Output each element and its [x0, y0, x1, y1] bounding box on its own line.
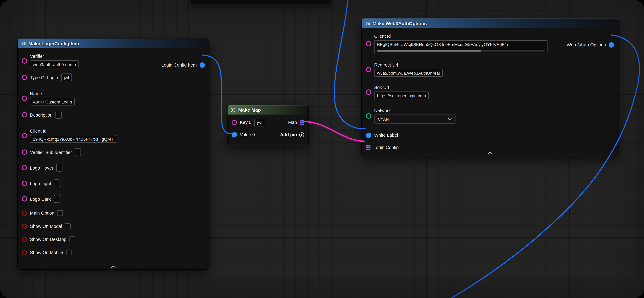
pin-label: Verifier: [30, 54, 79, 59]
login-config-item-pin[interactable]: [200, 62, 205, 68]
pin-label: Logo Hover: [30, 165, 53, 170]
pin-row-verifier-sub-identifier: Verifier Sub Identifier: [22, 148, 204, 156]
pin-label: Show On Modal: [30, 224, 62, 229]
name-input[interactable]: Auth0 Custom Login: [30, 98, 75, 106]
pin-label: Client Id: [374, 34, 548, 39]
pin-label: Logo Light: [30, 181, 51, 186]
pin-label: Value 0: [240, 132, 255, 137]
verifier-sub-identifier-pin[interactable]: [22, 150, 27, 155]
sdk-url-pin[interactable]: [366, 90, 371, 95]
web3auth-options-pin[interactable]: [608, 42, 614, 48]
collapse-node-button[interactable]: [488, 152, 492, 154]
description-input[interactable]: [56, 111, 62, 118]
logo-dark-input[interactable]: [54, 195, 60, 203]
pin-label: Type Of Login: [30, 75, 58, 80]
pin-row-logo-hover: Logo Hover: [22, 164, 204, 172]
pin-row-main-option: Main Option: [22, 210, 204, 216]
wire-map-to-loginconfig[interactable]: [304, 122, 364, 141]
pin-row-description: Description: [22, 111, 204, 118]
collapse-chevron-icon: [488, 152, 492, 154]
description-pin[interactable]: [22, 112, 27, 117]
pin-row-value0: Value 0: [232, 132, 255, 137]
white-label-pin[interactable]: [366, 132, 371, 138]
pin-label: Sdk Url: [374, 85, 429, 90]
node-make-web3authoptions[interactable]: Make Web3AuthOptions Web 3Auth Options C…: [362, 18, 618, 156]
scrollbar-thumb[interactable]: [377, 50, 481, 52]
pin-row-show-on-desktop: Show On Desktop: [22, 236, 204, 242]
output-pin-label: Map: [288, 120, 297, 125]
show-on-modal-checkbox[interactable]: [65, 223, 71, 229]
type-of-login-input[interactable]: jwt: [61, 74, 72, 81]
pin-label: Show On Mobile: [30, 250, 63, 255]
node-make-loginconfigitem[interactable]: Make LoginConfigItem Login Config Item V…: [17, 38, 210, 270]
logo-hover-pin[interactable]: [22, 165, 27, 170]
pin-label: Description: [30, 112, 52, 117]
output-row-login-config-item: Login Config Item: [161, 62, 205, 68]
pin-label: Key 0: [240, 120, 252, 125]
pin-row-sdk-url: Sdk Url https://sdk.openlogin.com: [366, 85, 613, 99]
verifier-sub-identifier-input[interactable]: [75, 148, 81, 156]
node-title: Make Map: [238, 108, 261, 112]
key0-input[interactable]: jwt: [254, 118, 266, 126]
pin-label: Client Id: [30, 128, 116, 134]
collapse-node-button[interactable]: [111, 266, 116, 268]
pin-label: White Label: [374, 133, 398, 138]
offscreen-node-partial[interactable]: [190, 0, 331, 4]
show-on-mobile-pin[interactable]: [22, 250, 27, 255]
pin-row-network: Network CYAN: [366, 108, 613, 124]
login-config-map-pin-icon[interactable]: [366, 145, 370, 150]
pin-label: Verifier Sub Identifier: [30, 150, 72, 154]
name-pin[interactable]: [22, 96, 27, 101]
show-on-desktop-checkbox[interactable]: [69, 236, 75, 242]
redirect-url-pin[interactable]: [366, 67, 371, 72]
pin-label: Login Config: [373, 145, 399, 150]
pin-label: Name: [30, 91, 75, 96]
network-dropdown[interactable]: CYAN: [374, 114, 456, 124]
sdk-url-input[interactable]: https://sdk.openlogin.com: [374, 92, 429, 99]
node-header[interactable]: Make LoginConfigItem: [18, 39, 209, 48]
output-row-web3auth-options: Web 3Auth Options: [567, 42, 614, 48]
add-pin-icon: [299, 132, 304, 137]
show-on-desktop-pin[interactable]: [22, 236, 27, 242]
verifier-input[interactable]: web3auth-auth0-demo: [30, 60, 79, 68]
pin-row-logo-light: Logo Light: [22, 180, 204, 187]
redirect-url-input[interactable]: w3a://com.w3a.Web3AuthUnreal: [374, 69, 443, 77]
type-of-login-pin[interactable]: [22, 75, 27, 80]
pin-row-key0: Key 0 jwt: [232, 118, 265, 126]
pin-row-logo-dark: Logo Dark: [22, 195, 204, 203]
add-pin-button[interactable]: Add pin: [280, 132, 304, 137]
main-option-pin[interactable]: [22, 210, 27, 216]
node-make-map[interactable]: Make Map Key 0 jwt Map: [227, 105, 309, 146]
pin-label: Main Option: [30, 210, 54, 216]
node-header[interactable]: Make Web3AuthOptions: [362, 18, 618, 28]
value0-pin[interactable]: [232, 132, 237, 137]
logo-hover-input[interactable]: [56, 164, 62, 172]
logo-light-pin[interactable]: [22, 181, 27, 186]
node-header[interactable]: Make Map: [228, 105, 308, 114]
graph-canvas[interactable]: Make LoginConfigItem Login Config Item V…: [0, 0, 644, 298]
chevron-down-icon: [448, 118, 452, 120]
pin-row-type-of-login: Type Of Login jwt: [22, 74, 204, 81]
logo-light-input[interactable]: [54, 180, 60, 187]
client-id-input[interactable]: BEglQSgt4cUWcj6SKRdu5QkOXTsePmMcusG5EAoy…: [374, 40, 548, 53]
output-pin-label: Web 3Auth Options: [567, 42, 606, 47]
logo-dark-pin[interactable]: [22, 196, 27, 202]
pin-row-show-on-modal: Show On Modal: [22, 223, 204, 229]
node-title: Make LoginConfigItem: [28, 41, 79, 46]
pin-row-white-label: White Label: [366, 132, 613, 138]
verifier-pin[interactable]: [22, 58, 27, 64]
show-on-modal-pin[interactable]: [22, 224, 27, 229]
map-pin-icon[interactable]: [300, 120, 304, 124]
wire-top-to-white-label[interactable]: [334, 0, 365, 129]
show-on-mobile-checkbox[interactable]: [66, 250, 72, 255]
network-pin[interactable]: [366, 113, 371, 118]
horizontal-scrollbar[interactable]: [377, 50, 544, 52]
pin-label: Show On Desktop: [30, 237, 66, 242]
key0-pin[interactable]: [232, 120, 237, 125]
pin-row-login-config: Login Config: [366, 144, 613, 150]
client-id-pin[interactable]: [366, 41, 371, 46]
output-row-map: Map: [288, 120, 304, 125]
client-id-input[interactable]: 294QRkchfq2YaXUbPri7D6PH7xzHgQMT: [30, 135, 116, 143]
main-option-checkbox[interactable]: [57, 210, 63, 216]
client-id-pin[interactable]: [22, 133, 27, 138]
